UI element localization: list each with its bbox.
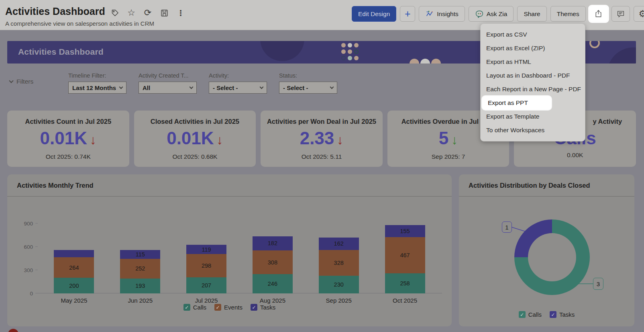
legend-item-calls[interactable]: ✓Calls (519, 311, 542, 318)
divider (459, 196, 634, 197)
export-menu-item[interactable]: Export as Excel (ZIP) (481, 41, 585, 55)
star-icon[interactable]: ☆ (126, 8, 136, 18)
edit-design-button[interactable]: Edit Design (352, 6, 396, 22)
x-axis-label: May 2025 (41, 297, 107, 304)
bar-chart-legend: ✓Calls✓Events✓Tasks (7, 304, 452, 311)
clipped-widget-fragment (8, 329, 18, 332)
filter-field: Activity Created T...All (139, 72, 197, 94)
banner-bump (431, 59, 441, 64)
export-menu-item[interactable]: Export as PPT (482, 96, 551, 110)
export-menu-item[interactable]: To other Workspaces (481, 123, 585, 137)
kpi-title: Activities Count in Jul 2025 (7, 118, 129, 125)
filter-select[interactable]: - Select - (279, 82, 337, 94)
bar-value-label: 328 (334, 260, 344, 266)
bar-stack: 230328162 (319, 238, 359, 293)
bar-segment-calls: 193 (120, 279, 160, 293)
chevron-down-icon (260, 85, 264, 89)
legend-item-calls[interactable]: ✓Calls (183, 304, 206, 311)
banner-decor-circle (260, 41, 304, 61)
chevron-down-icon (119, 85, 123, 89)
trend-down-arrow: ↓ (337, 133, 343, 147)
legend-item-tasks[interactable]: ✓Tasks (550, 311, 575, 318)
tag-icon[interactable] (110, 8, 120, 18)
banner-decor-ring (589, 41, 600, 48)
bar-segment-calls: 258 (385, 273, 425, 293)
trend-down-arrow: ↓ (90, 133, 96, 147)
banner-dot (348, 56, 352, 60)
themes-button[interactable]: Themes (550, 6, 586, 22)
kpi-compare-text: Oct 2025: 0.74K (7, 153, 129, 160)
filters-toggle[interactable]: Filters (10, 78, 33, 85)
bar-segment-events: 328 (319, 250, 359, 275)
x-axis-label: Oct 2025 (372, 297, 438, 304)
bar-column: 200264May 2025 (41, 201, 107, 293)
filter-select[interactable]: All (139, 82, 197, 94)
bar-column: 193252115Jun 2025 (107, 201, 173, 293)
banner-title: Activities Dashboard (18, 47, 104, 57)
banner-dot (354, 56, 359, 60)
bar-column: 230328162Sep 2025 (306, 201, 372, 293)
filter-select-value: Last 12 Months (72, 84, 116, 91)
bar-value-label: 308 (268, 259, 277, 266)
bar-value-label: 193 (135, 283, 145, 289)
kpi-title: Closed Activities in Jul 2025 (134, 118, 256, 125)
filter-select[interactable]: - Select - (209, 82, 267, 94)
legend-item-events[interactable]: ✓Events (214, 304, 243, 311)
legend-checkbox: ✓ (251, 304, 257, 311)
divider (7, 196, 452, 197)
activities-dashboard-page: Activities Dashboard A comprehensive vie… (0, 0, 644, 332)
banner-bump (420, 59, 430, 64)
legend-checkbox: ✓ (183, 304, 190, 311)
bar-column: 246308182Aug 2025 (239, 201, 306, 293)
kpi-card: Closed Activities in Jul 20250.01K↓Oct 2… (134, 111, 256, 167)
banner-dot (341, 56, 346, 60)
banner-decor-circle-large (607, 47, 636, 64)
bar-value-label: 115 (136, 251, 145, 258)
export-menu-item[interactable]: Export as Template (481, 110, 585, 123)
legend-item-tasks[interactable]: ✓Tasks (251, 304, 275, 311)
bar-value-label: 155 (400, 228, 410, 234)
refresh-icon[interactable]: ⟳ (143, 8, 153, 18)
add-button[interactable]: + (400, 6, 415, 22)
ask-zia-button[interactable]: Ask Zia (469, 6, 514, 22)
kebab-menu-icon[interactable]: ⋮ (176, 8, 185, 18)
bar-value-label: 298 (202, 262, 211, 269)
bar-segment-events: 252 (120, 259, 160, 279)
bar-segment-tasks: 155 (385, 225, 425, 237)
page-title: Activities Dashboard (5, 6, 105, 17)
y-axis-tick-label: 0 (17, 291, 33, 297)
legend-label: Calls (528, 311, 542, 318)
banner-dot (348, 43, 352, 47)
export-menu-item[interactable]: Layout as in Dashboard - PDF (481, 69, 585, 82)
kpi-number: 2.33 (300, 128, 334, 148)
filters-label: Filters (16, 78, 33, 85)
bar-stack: 258467155 (385, 225, 425, 293)
chevron-down-icon (9, 78, 13, 83)
y-axis-tick (35, 223, 38, 223)
y-axis-tick-label: 600 (17, 244, 33, 250)
export-menu-item[interactable]: Each Report in a New Page - PDF (481, 82, 585, 96)
x-axis-label: Sep 2025 (306, 297, 372, 304)
legend-checkbox: ✓ (519, 311, 526, 318)
settings-button[interactable]: ⚙ (634, 6, 644, 22)
filter-field-label: Activity Created T... (139, 72, 197, 79)
save-icon[interactable] (159, 8, 169, 18)
banner-dot (348, 49, 352, 54)
export-button[interactable] (589, 6, 608, 22)
export-menu-item[interactable]: Export as HTML (481, 55, 585, 69)
ask-zia-label: Ask Zia (487, 10, 507, 18)
filter-field: Timeline Filter:Last 12 Months (68, 72, 126, 94)
bar-segment-events: 298 (186, 254, 226, 277)
legend-checkbox: ✓ (550, 311, 556, 318)
bar-segment-tasks: 182 (253, 236, 293, 250)
comments-button[interactable] (611, 6, 630, 22)
filter-field: Activity:- Select - (209, 72, 267, 94)
filter-select[interactable]: Last 12 Months (68, 82, 126, 94)
export-menu-item[interactable]: Export as CSV (481, 28, 585, 41)
bar-chart-title: Activities Monthly Trend (17, 182, 94, 189)
share-button[interactable]: Share (517, 6, 546, 22)
legend-label: Calls (193, 304, 206, 311)
donut-hole (528, 233, 576, 281)
kpi-card: Activities per Won Deal in Jul 20252.33↓… (261, 111, 383, 167)
insights-button[interactable]: Insights (419, 6, 465, 22)
